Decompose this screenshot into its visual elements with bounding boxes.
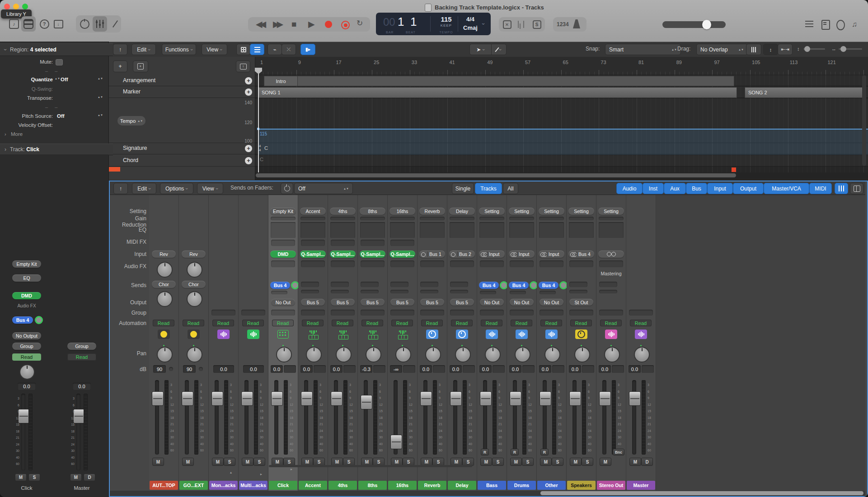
narrow-channel-view-icon[interactable] <box>835 183 848 194</box>
pan-knob[interactable] <box>515 347 530 362</box>
group-slot[interactable] <box>271 310 295 316</box>
channel-strip-aut-top[interactable]: RevChorRead903691215182124304060MAUT...T… <box>149 195 179 491</box>
track-name-cell[interactable]: AUT...TOP <box>150 481 178 490</box>
filter-output[interactable]: Output <box>733 183 764 194</box>
pan-knob[interactable] <box>455 347 471 362</box>
output-slot-button[interactable]: Bus 5 <box>331 299 355 306</box>
region-header[interactable]: ›Region: 4 selected <box>0 43 113 56</box>
eq-thumbnail[interactable] <box>271 222 296 238</box>
track-name-cell[interactable]: Click <box>269 481 297 490</box>
pan-knob[interactable] <box>425 347 441 362</box>
db-value[interactable]: 0.0 <box>450 365 462 373</box>
output-slot-button[interactable]: Bus 5 <box>390 299 414 306</box>
channel-setting-button[interactable]: Setting <box>568 208 594 215</box>
inspector-click-fader-thumb[interactable] <box>18 409 29 423</box>
instrument-slot-button[interactable]: Q-Sampl... <box>330 251 356 258</box>
inspector-automation-button[interactable]: Read <box>12 353 41 361</box>
row-stepper-icon[interactable]: ▲▼ <box>98 78 103 79</box>
count-in-button[interactable]: 1234 <box>557 21 569 28</box>
instrument-slot-button[interactable]: DMD <box>270 251 296 258</box>
output-slot-button[interactable]: St Out <box>569 299 593 306</box>
v-scrollbar-thumb[interactable] <box>862 75 866 166</box>
catch-playhead-icon[interactable]: ▮▸ <box>300 44 315 55</box>
send-bus4-button[interactable]: Bus 4 <box>509 282 529 289</box>
audio-fx-slot[interactable] <box>540 260 563 267</box>
channel-setting-button[interactable]: Accent <box>300 208 326 215</box>
db-value-secondary[interactable] <box>582 365 594 373</box>
solo-button[interactable]: S <box>492 458 504 466</box>
track-header[interactable]: ›Track: Click <box>0 144 113 155</box>
channel-strip-16ths[interactable]: 16thsQ-Sampl...Bus 5Read-∞36912151821243… <box>388 195 418 491</box>
signature-event[interactable]: 44C <box>259 144 277 154</box>
minimize-window-button[interactable] <box>13 4 19 9</box>
channel-strip-drums[interactable]: SettingInputBus 4No OutRead0.03691215182… <box>507 195 537 491</box>
mixer-collapse-button[interactable]: ↑ <box>113 183 128 194</box>
channel-setting-button[interactable]: Delay <box>449 208 475 215</box>
mute-button[interactable]: M <box>212 458 224 466</box>
add-chord-icon[interactable]: + <box>245 157 252 164</box>
send-chor-knob[interactable] <box>157 291 173 307</box>
send-chor-knob[interactable] <box>187 291 202 307</box>
db-value[interactable]: 0.0 <box>213 365 234 373</box>
eq-thumbnail[interactable] <box>569 222 594 238</box>
group-slot[interactable] <box>629 310 653 316</box>
pan-knob[interactable] <box>574 347 590 362</box>
mixer-options-menu[interactable]: Options› <box>160 183 193 194</box>
track-name-cell[interactable]: Bass <box>478 481 506 490</box>
add-track-button[interactable]: + <box>113 60 127 72</box>
channel-strip-accent[interactable]: AccentQ-Sampl...Bus 5Read0.0369121518212… <box>298 195 328 491</box>
marker-song1[interactable]: SONG 1 <box>258 87 737 98</box>
send-rev-knob[interactable] <box>187 262 202 278</box>
automation-mode-button[interactable]: Read <box>481 320 502 326</box>
db-value[interactable]: -0.3 <box>360 365 372 373</box>
tempo-curve[interactable] <box>258 129 868 155</box>
db-value[interactable]: 0.0 <box>629 365 641 373</box>
pan-knob[interactable] <box>157 347 173 362</box>
filter-input[interactable]: Input <box>707 183 733 194</box>
db-value-secondary[interactable] <box>403 365 415 373</box>
eq-thumbnail[interactable] <box>330 222 355 238</box>
db-value[interactable]: 0.0 <box>599 365 611 373</box>
marker-song2[interactable]: SONG 2 <box>745 87 866 98</box>
group-slot[interactable] <box>599 310 623 316</box>
channel-strip-other[interactable]: SettingInputBus 4No OutRead0.03691215182… <box>537 195 567 491</box>
solo-button[interactable]: S <box>224 458 235 466</box>
mute-button[interactable]: M <box>242 458 253 466</box>
playhead[interactable] <box>258 68 259 172</box>
group-slot[interactable] <box>480 310 504 316</box>
db-value-secondary[interactable] <box>493 365 505 373</box>
inspector-group-button[interactable]: Group <box>12 343 41 350</box>
sends-on-faders-select[interactable]: Off▲▼ <box>294 183 353 194</box>
solo-button[interactable]: S <box>522 458 534 466</box>
group-slot[interactable] <box>211 310 235 316</box>
inspector-send-knob[interactable] <box>35 316 43 324</box>
solo-mode-icon[interactable]: S <box>531 19 542 30</box>
list-editors-icon[interactable] <box>805 21 813 27</box>
automation-mode-button[interactable]: Read <box>153 320 174 326</box>
fader-thumb[interactable] <box>331 391 343 406</box>
sends-scrollbar[interactable] <box>269 465 472 467</box>
fader-thumb[interactable] <box>569 391 581 406</box>
pan-knob[interactable] <box>485 347 501 362</box>
mute-button[interactable]: M <box>480 458 492 466</box>
fader-thumb[interactable] <box>420 391 432 406</box>
rewind-button[interactable]: ◀◀ <box>256 20 263 28</box>
media-browser-icon[interactable]: ♫ <box>849 19 859 29</box>
list-view-icon[interactable] <box>250 44 264 55</box>
pan-knob[interactable] <box>366 347 381 362</box>
audio-fx-slot[interactable] <box>569 260 593 267</box>
instrument-slot-button[interactable]: Q-Sampl... <box>389 251 415 258</box>
channel-strip-speakers[interactable]: SettingBus 4St OutRead0.0369121518212430… <box>567 195 596 491</box>
tracks-edit-menu[interactable]: Edit› <box>131 44 156 55</box>
pointer-tool-menu[interactable]: ➤› <box>469 44 492 55</box>
mixer-mode-tracks[interactable]: Tracks <box>475 183 502 194</box>
audio-fx-slot[interactable] <box>301 260 325 267</box>
fader-thumb[interactable] <box>450 391 462 406</box>
mixer-view-menu[interactable]: View› <box>197 183 223 194</box>
channel-strip-delay[interactable]: DelayBus 2Bus 5Read0.0369121518212430406… <box>447 195 477 491</box>
channel-setting-button[interactable]: Empty Kit <box>270 208 296 215</box>
db-value[interactable]: 0.0 <box>300 365 313 373</box>
vertical-auto-zoom-icon[interactable]: ↕ <box>763 44 778 55</box>
output-slot-button[interactable]: No Out <box>540 299 563 306</box>
forward-button[interactable]: ▶▶ <box>273 20 281 28</box>
